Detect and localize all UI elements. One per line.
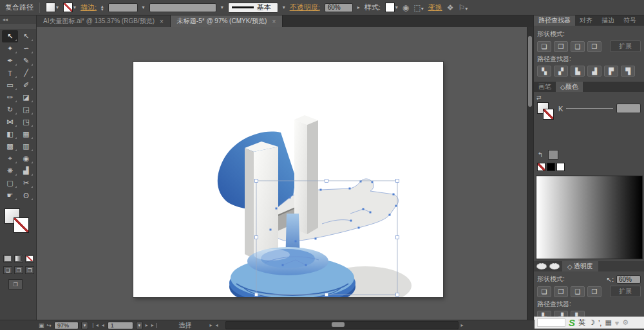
draw-normal-icon[interactable]: ❏ <box>3 266 12 274</box>
intersect-button[interactable]: ❑ <box>571 41 585 52</box>
blob-brush-tool[interactable]: ✏ <box>2 91 18 104</box>
paintbrush-tool[interactable]: ✐ <box>18 79 34 91</box>
artwork-canvas[interactable] <box>133 62 443 297</box>
rectangle-tool[interactable]: ▭ <box>2 79 18 91</box>
ime-language-toggle[interactable]: 英 <box>578 318 585 327</box>
artboard-tool[interactable]: ▢ <box>2 177 18 189</box>
pen-tool[interactable]: ✒ <box>2 55 18 67</box>
ime-input-box[interactable] <box>537 318 565 327</box>
draw-behind-icon[interactable]: ❐ <box>14 266 23 274</box>
slice-tool[interactable]: ✂ <box>18 177 34 189</box>
keyboard-icon[interactable]: ▦ <box>605 318 611 327</box>
vertical-scrollbar[interactable] <box>527 27 533 320</box>
blend-tool[interactable]: ◉ <box>18 152 34 165</box>
minus-front-button[interactable]: ❐ <box>554 41 568 52</box>
stroke-swatch[interactable] <box>14 217 29 233</box>
first-artboard-icon[interactable]: ❘◂ <box>91 322 99 328</box>
settings-gear-icon[interactable]: ⚙ <box>622 318 629 327</box>
scroll-right-icon[interactable]: ▸ <box>461 322 464 328</box>
screen-mode-icon[interactable]: ❐ <box>8 279 23 289</box>
invert-icon[interactable]: ↰ <box>538 151 543 158</box>
minus-back-button[interactable]: ▜ <box>621 66 635 77</box>
k-value-box[interactable] <box>616 104 641 113</box>
opacity-mask-thumbnail-icon[interactable] <box>536 263 547 270</box>
artboard[interactable] <box>133 62 443 297</box>
heart-icon[interactable]: ♥ <box>615 319 620 327</box>
tools-panel-header[interactable] <box>0 24 36 29</box>
line-segment-tool[interactable]: ╱ <box>18 67 34 79</box>
rotate-tool[interactable]: ↻ <box>2 104 18 116</box>
align-expand-icon[interactable]: ❖ <box>447 3 454 12</box>
transparency-opacity-box[interactable]: 60% <box>616 275 641 284</box>
minus-front-button[interactable]: ❐ <box>554 286 568 297</box>
close-icon[interactable]: × <box>160 18 164 25</box>
gradient-button[interactable] <box>14 255 23 262</box>
swap-fill-stroke-icon[interactable]: ⇄ <box>536 95 542 101</box>
stroke-weight-dropdown[interactable] <box>108 3 138 12</box>
zoom-dropdown-icon[interactable]: ▾ <box>81 322 88 329</box>
zoom-level-box[interactable]: 97% <box>54 322 79 329</box>
intersect-button[interactable]: ❑ <box>571 286 585 297</box>
select-similar-icon[interactable]: ⬚▾ <box>413 3 423 12</box>
exclude-button[interactable]: ❒ <box>587 41 601 52</box>
workspace-icon[interactable]: ▣ <box>39 322 44 329</box>
color-stroke-swatch[interactable] <box>543 109 554 120</box>
fill-stroke-indicator[interactable] <box>5 208 30 234</box>
perspective-grid-tool[interactable]: ▦ <box>18 128 34 140</box>
width-tool[interactable]: ⋈ <box>2 116 18 128</box>
scroll-left-icon-2[interactable]: ◂ <box>216 322 219 328</box>
column-graph-tool[interactable]: ▟ <box>18 165 34 177</box>
exclude-button[interactable]: ❒ <box>587 286 601 297</box>
expand-button-2[interactable]: 扩展 <box>610 286 641 297</box>
outline-button[interactable]: ▛ <box>604 66 618 77</box>
black-swatch[interactable] <box>547 163 555 171</box>
tab-transparency[interactable]: ◇透明度 <box>562 261 598 271</box>
close-icon[interactable]: × <box>272 18 276 25</box>
shape-builder-tool[interactable]: ◧ <box>2 128 18 140</box>
document-setup-globe-icon[interactable]: ◉ <box>402 3 409 12</box>
artboard-number-box[interactable]: 1 <box>108 322 133 329</box>
isolate-selection-icon[interactable]: ⚐▾ <box>458 3 468 12</box>
divide-button[interactable]: ▚ <box>537 66 551 77</box>
white-swatch[interactable] <box>556 163 565 171</box>
stroke-link[interactable]: 描边: <box>80 3 97 12</box>
symbol-sprayer-tool[interactable]: ❋ <box>2 165 18 177</box>
expand-button[interactable]: 扩展 <box>610 41 641 52</box>
fill-color-dropdown[interactable]: ▾ <box>46 3 59 12</box>
opacity-link[interactable]: 不透明度: <box>290 3 320 12</box>
grayscale-ramp[interactable] <box>536 176 643 259</box>
mesh-tool[interactable]: ▩ <box>2 140 18 152</box>
unite-button[interactable]: ❏ <box>537 41 551 52</box>
pillar-left[interactable] <box>245 142 278 259</box>
scale-tool[interactable]: ◲ <box>18 104 34 116</box>
prev-artboard-icon[interactable]: ◂ <box>102 322 105 328</box>
pasteboard[interactable] <box>37 27 533 320</box>
horizontal-scrollbar-thumb[interactable] <box>332 322 345 327</box>
eraser-tool[interactable]: ◪ <box>18 91 34 104</box>
eyedropper-tool[interactable]: ⌖ <box>2 152 18 165</box>
opacity-mask-thumbnail-icon[interactable] <box>549 263 560 270</box>
last-color-swatch[interactable] <box>548 150 558 160</box>
scroll-left-icon[interactable]: ▸ <box>210 322 213 328</box>
stroke-color-dropdown[interactable]: ▾ <box>63 3 76 12</box>
variable-width-dropdown[interactable] <box>149 3 216 12</box>
color-button[interactable] <box>3 255 12 262</box>
stroke-weight-stepper[interactable]: ▴▾ <box>101 5 104 11</box>
tab-stroke[interactable]: 描边 <box>597 15 619 26</box>
crop-button[interactable]: ▟ <box>587 66 601 77</box>
opacity-value-box[interactable]: 60% <box>325 3 353 12</box>
tab-align[interactable]: 对齐 <box>575 15 597 26</box>
artboard-dropdown-icon[interactable]: ▾ <box>136 322 143 329</box>
punctuation-icon[interactable]: ’, <box>598 319 602 327</box>
pencil-tool[interactable]: ✎ <box>18 55 34 67</box>
vertical-scrollbar-thumb[interactable] <box>528 36 532 107</box>
document-tab[interactable]: AI失量图标.ai* @ 135.37% (RGB/预览)× <box>37 15 171 27</box>
type-tool[interactable]: T <box>2 67 18 79</box>
lasso-tool[interactable]: ∽ <box>18 42 34 55</box>
tab-pathfinder[interactable]: 路径查找器 <box>534 15 575 26</box>
magic-wand-tool[interactable]: ✦ <box>2 42 18 55</box>
panel-collapse-icon[interactable]: ◂◂ <box>3 17 8 23</box>
next-artboard-icon[interactable]: ▸ <box>146 322 149 328</box>
horizontal-scrollbar[interactable] <box>225 321 459 329</box>
zoom-tool[interactable]: ʘ <box>18 189 34 201</box>
